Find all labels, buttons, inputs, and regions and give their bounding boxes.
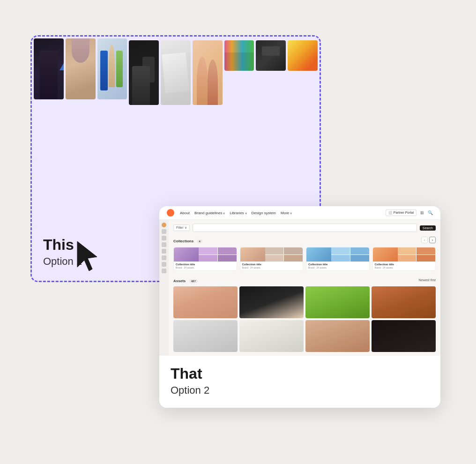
photo-cell-3 — [97, 38, 127, 99]
assets-badge: 487 — [189, 279, 198, 283]
collections-badge: 4 — [197, 239, 202, 243]
collections-header: Collections 4 ‹ › — [173, 236, 436, 244]
collection-card-2[interactable]: Collection title Brand · 24 assets — [240, 247, 304, 271]
sidebar-icon-7[interactable] — [162, 262, 166, 267]
asset-cell-1[interactable] — [173, 286, 238, 318]
collections-title: Collections 4 — [173, 236, 202, 244]
assets-sort[interactable]: Newest first — [418, 278, 436, 282]
assets-header: Assets 487 Newest first — [173, 276, 436, 284]
coll-meta-4: Brand · 24 assets — [375, 266, 434, 269]
photo-cell-4 — [129, 40, 159, 105]
app-nav: About Brand guidelines Libraries Design … — [159, 206, 440, 220]
app-body: Filter ∨ Search Collections 4 ‹ › — [159, 220, 440, 356]
coll-meta-2: Brand · 24 assets — [242, 266, 301, 269]
photo-cell-8 — [256, 40, 286, 71]
asset-cell-2[interactable] — [239, 286, 304, 318]
option2-title: That — [171, 365, 429, 382]
asset-cell-7[interactable] — [305, 320, 370, 352]
nav-right: ⬜ Partner Portal ⊞ 🔍 — [386, 210, 433, 216]
nav-libraries[interactable]: Libraries — [230, 211, 246, 215]
assets-title-group: Assets 487 — [173, 276, 198, 284]
photo-cell-1 — [34, 38, 64, 99]
collection-card-4[interactable]: Collection title Brand · 24 assets — [372, 247, 436, 271]
collections-row: Collection title Brand · 24 assets — [173, 247, 436, 271]
sidebar-icon-4[interactable] — [162, 242, 166, 247]
coll-title-4: Collection title — [375, 263, 434, 266]
nav-design-system[interactable]: Design system — [252, 211, 276, 215]
coll-meta-3: Brand · 24 assets — [308, 266, 367, 269]
collection-card-3[interactable]: Collection title Brand · 24 assets — [306, 247, 370, 271]
asset-cell-5[interactable] — [173, 320, 238, 352]
option2-card: About Brand guidelines Libraries Design … — [159, 206, 440, 408]
photo-cell-7 — [224, 40, 254, 71]
photo-cell-9 — [288, 40, 318, 71]
photo-grid — [32, 37, 320, 227]
nav-links: About Brand guidelines Libraries Design … — [180, 211, 380, 215]
prev-page-btn[interactable]: ‹ — [421, 237, 428, 243]
app-logo — [167, 209, 174, 217]
assets-grid — [173, 286, 436, 352]
coll-title-2: Collection title — [242, 263, 301, 266]
sidebar-icon-3[interactable] — [162, 236, 166, 240]
sidebar-icon-8[interactable] — [162, 269, 166, 273]
nav-search-btn[interactable]: 🔍 — [428, 210, 433, 215]
sidebar-icon-5[interactable] — [162, 249, 166, 254]
next-page-btn[interactable]: › — [429, 237, 436, 243]
coll-title-1: Collection title — [176, 263, 235, 266]
asset-cell-3[interactable] — [305, 286, 370, 318]
photo-cell-6 — [193, 40, 223, 105]
pagination-arrows: ‹ › — [421, 237, 436, 243]
coll-title-3: Collection title — [308, 263, 367, 266]
partner-portal-btn[interactable]: ⬜ Partner Portal — [386, 210, 416, 216]
cursor-arrow — [73, 239, 110, 277]
sidebar-icon-1[interactable] — [162, 223, 166, 227]
nav-search-icon[interactable]: ⊞ — [420, 210, 424, 215]
asset-cell-8[interactable] — [372, 320, 436, 352]
filter-button[interactable]: Filter ∨ — [173, 225, 190, 231]
photo-cell-5 — [161, 40, 191, 105]
app-sidebar — [159, 220, 169, 356]
search-input[interactable] — [193, 224, 417, 232]
browser-mockup: About Brand guidelines Libraries Design … — [159, 206, 440, 356]
sidebar-icon-6[interactable] — [162, 255, 166, 260]
search-button[interactable]: Search — [420, 225, 436, 231]
nav-more[interactable]: More — [281, 211, 292, 215]
svg-marker-0 — [77, 241, 97, 271]
nav-about[interactable]: About — [180, 211, 190, 215]
sidebar-icon-2[interactable] — [162, 229, 166, 234]
option2-label-area: That Option 2 — [159, 356, 440, 408]
app-main: Filter ∨ Search Collections 4 ‹ › — [169, 220, 440, 356]
nav-brand-guidelines[interactable]: Brand guidelines — [194, 211, 225, 215]
asset-cell-4[interactable] — [372, 286, 436, 318]
collection-card-1[interactable]: Collection title Brand · 24 assets — [173, 247, 237, 271]
asset-cell-6[interactable] — [239, 320, 304, 352]
option2-subtitle: Option 2 — [171, 384, 429, 397]
photo-cell-2 — [66, 38, 96, 99]
coll-meta-1: Brand · 24 assets — [176, 266, 235, 269]
search-row: Filter ∨ Search — [173, 224, 436, 232]
